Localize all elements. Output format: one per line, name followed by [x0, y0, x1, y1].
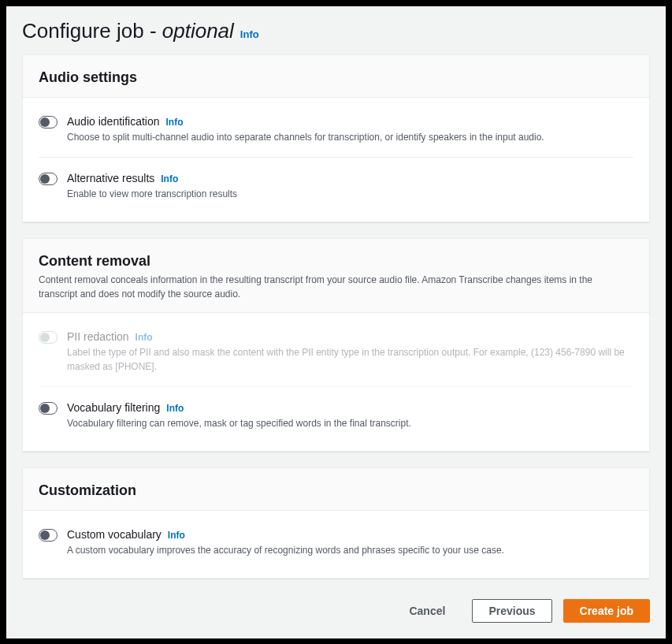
pii-redaction-desc: Label the type of PII and also mask the …: [67, 345, 633, 374]
alternative-results-toggle[interactable]: [39, 173, 58, 185]
page-title-prefix: Configure job -: [22, 19, 162, 43]
audio-identification-title: Audio identification: [67, 115, 160, 128]
content-removal-header: Content removal Content removal conceals…: [23, 239, 649, 313]
audio-identification-desc: Choose to split multi-channel audio into…: [67, 130, 633, 144]
audio-settings-body: Audio identification Info Choose to spli…: [23, 98, 649, 221]
pii-redaction-title: PII redaction: [67, 330, 129, 343]
create-job-button[interactable]: Create job: [563, 599, 650, 623]
page-title: Configure job - optional: [22, 19, 234, 43]
alternative-results-title: Alternative results: [67, 172, 154, 184]
vocabulary-filtering-title: Vocabulary filtering: [67, 401, 160, 414]
alternative-results-content: Alternative results Info Enable to view …: [67, 172, 633, 201]
audio-identification-toggle[interactable]: [39, 116, 58, 128]
custom-vocabulary-title-line: Custom vocabulary Info: [67, 528, 633, 541]
vocabulary-filtering-desc: Vocabulary filtering can remove, mask or…: [67, 416, 633, 430]
custom-vocabulary-content: Custom vocabulary Info A custom vocabula…: [67, 528, 633, 557]
audio-settings-panel: Audio settings Audio identification Info…: [22, 54, 650, 222]
alternative-results-desc: Enable to view more transcription result…: [67, 187, 633, 201]
audio-settings-title: Audio settings: [39, 69, 633, 86]
custom-vocabulary-toggle[interactable]: [39, 529, 58, 542]
pii-redaction-toggle: [39, 331, 58, 344]
pii-redaction-row: PII redaction Info Label the type of PII…: [39, 316, 633, 387]
pii-redaction-info-link[interactable]: Info: [136, 332, 153, 343]
customization-body: Custom vocabulary Info A custom vocabula…: [23, 511, 649, 578]
configure-job-page: Configure job - optional Info Audio sett…: [6, 6, 666, 638]
pii-redaction-title-line: PII redaction Info: [67, 330, 633, 343]
page-title-emphasis: optional: [162, 19, 234, 43]
alternative-results-title-line: Alternative results Info: [67, 172, 633, 184]
customization-title: Customization: [39, 482, 633, 499]
content-removal-desc: Content removal conceals information in …: [39, 273, 633, 301]
page-header: Configure job - optional Info: [22, 19, 650, 43]
content-removal-title: Content removal: [39, 253, 633, 270]
audio-identification-info-link[interactable]: Info: [166, 117, 184, 128]
vocabulary-filtering-toggle[interactable]: [39, 402, 58, 415]
cancel-button[interactable]: Cancel: [393, 600, 461, 622]
footer-actions: Cancel Previous Create job: [22, 594, 650, 623]
custom-vocabulary-desc: A custom vocabulary improves the accurac…: [67, 543, 633, 557]
vocabulary-filtering-row: Vocabulary filtering Info Vocabulary fil…: [39, 387, 633, 443]
pii-redaction-content: PII redaction Info Label the type of PII…: [67, 330, 633, 374]
customization-header: Customization: [23, 468, 649, 511]
page-info-link[interactable]: Info: [240, 28, 259, 40]
content-removal-panel: Content removal Content removal conceals…: [22, 238, 650, 452]
audio-identification-title-line: Audio identification Info: [67, 115, 633, 128]
customization-panel: Customization Custom vocabulary Info A c…: [22, 467, 650, 579]
audio-identification-content: Audio identification Info Choose to spli…: [67, 115, 633, 144]
custom-vocabulary-info-link[interactable]: Info: [168, 530, 185, 541]
audio-identification-row: Audio identification Info Choose to spli…: [39, 101, 633, 158]
alternative-results-info-link[interactable]: Info: [161, 173, 178, 184]
vocabulary-filtering-info-link[interactable]: Info: [166, 403, 184, 414]
custom-vocabulary-row: Custom vocabulary Info A custom vocabula…: [39, 514, 633, 570]
alternative-results-row: Alternative results Info Enable to view …: [39, 158, 633, 214]
previous-button[interactable]: Previous: [472, 599, 551, 623]
content-removal-body: PII redaction Info Label the type of PII…: [23, 313, 649, 451]
custom-vocabulary-title: Custom vocabulary: [67, 528, 162, 541]
vocabulary-filtering-title-line: Vocabulary filtering Info: [67, 401, 633, 414]
vocabulary-filtering-content: Vocabulary filtering Info Vocabulary fil…: [67, 401, 633, 430]
audio-settings-header: Audio settings: [23, 55, 649, 98]
